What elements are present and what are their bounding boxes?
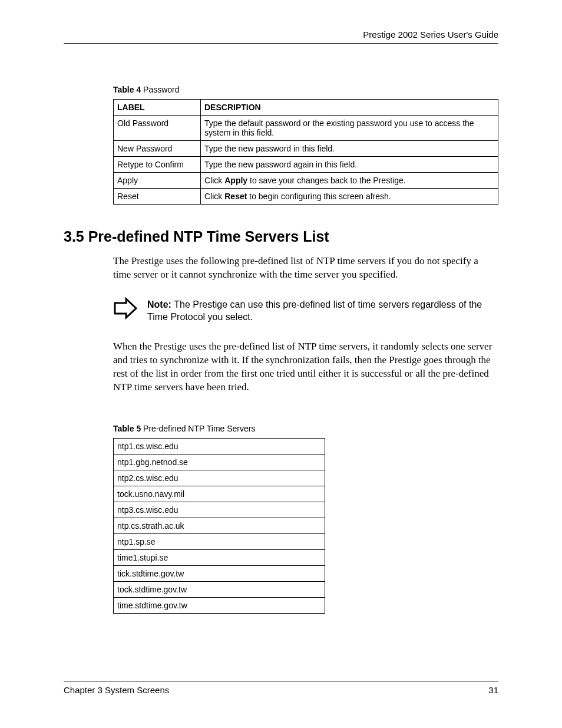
table-row: Apply Click Apply to save your changes b… bbox=[114, 173, 498, 189]
table-row: Reset Click Reset to begin configuring t… bbox=[114, 189, 498, 205]
cell: ntp1.sp.se bbox=[114, 533, 325, 549]
footer-left: Chapter 3 System Screens bbox=[64, 685, 169, 695]
cell-label: Reset bbox=[114, 189, 201, 205]
cell-label: Retype to Confirm bbox=[114, 157, 201, 173]
table5: ntp1.cs.wisc.edu ntp1.gbg.netnod.se ntp2… bbox=[113, 438, 325, 614]
table-row: tock.stdtime.gov.tw bbox=[114, 581, 325, 597]
note-text: Note: The Prestige can use this pre-defi… bbox=[147, 297, 498, 324]
table4-header-label: LABEL bbox=[114, 100, 201, 116]
cell-desc: Click Reset to begin configuring this sc… bbox=[201, 189, 498, 205]
note-body: The Prestige can use this pre-defined li… bbox=[147, 299, 482, 322]
cell-label: New Password bbox=[114, 141, 201, 157]
cell: tick.stdtime.gov.tw bbox=[114, 565, 325, 581]
table-row: ntp1.sp.se bbox=[114, 533, 325, 549]
note-block: Note: The Prestige can use this pre-defi… bbox=[113, 297, 498, 324]
body-paragraph: The Prestige uses the following pre-defi… bbox=[113, 255, 498, 282]
table-row: Old Password Type the default password o… bbox=[114, 116, 498, 141]
cell: time1.stupi.se bbox=[114, 549, 325, 565]
table4-header-description: DESCRIPTION bbox=[201, 100, 498, 116]
table5-caption: Table 5 Pre-defined NTP Time Servers bbox=[113, 424, 498, 433]
cell-desc: Type the new password again in this fiel… bbox=[201, 157, 498, 173]
table-row: tick.stdtime.gov.tw bbox=[114, 565, 325, 581]
page-footer: Chapter 3 System Screens 31 bbox=[64, 681, 498, 695]
cell: time.stdtime.gov.tw bbox=[114, 597, 325, 613]
cell-label: Old Password bbox=[114, 116, 201, 141]
table-row: Retype to Confirm Type the new password … bbox=[114, 157, 498, 173]
page-header: Prestige 2002 Series User's Guide bbox=[64, 29, 498, 44]
table4: LABEL DESCRIPTION Old Password Type the … bbox=[113, 99, 498, 205]
footer-page-number: 31 bbox=[488, 685, 498, 695]
table-header-row: LABEL DESCRIPTION bbox=[114, 100, 498, 116]
cell-desc: Type the default password or the existin… bbox=[201, 116, 498, 141]
cell: ntp2.cs.wisc.edu bbox=[114, 470, 325, 486]
body-paragraph: When the Prestige uses the pre-defined l… bbox=[113, 340, 498, 394]
cell-desc: Click Apply to save your changes back to… bbox=[201, 173, 498, 189]
table-row: ntp1.cs.wisc.edu bbox=[114, 438, 325, 454]
table-row: ntp.cs.strath.ac.uk bbox=[114, 518, 325, 533]
table-row: time.stdtime.gov.tw bbox=[114, 597, 325, 613]
cell: ntp1.cs.wisc.edu bbox=[114, 438, 325, 454]
table5-caption-rest: Pre-defined NTP Time Servers bbox=[141, 424, 255, 433]
table4-caption: Table 4 Password bbox=[113, 85, 498, 94]
table-row: time1.stupi.se bbox=[114, 549, 325, 565]
note-label: Note: bbox=[147, 299, 174, 309]
cell: ntp3.cs.wisc.edu bbox=[114, 502, 325, 518]
table-row: New Password Type the new password in th… bbox=[114, 141, 498, 157]
table-row: ntp1.gbg.netnod.se bbox=[114, 454, 325, 470]
table-row: tock.usno.navy.mil bbox=[114, 486, 325, 502]
cell-desc: Type the new password in this field. bbox=[201, 141, 498, 157]
cell: ntp.cs.strath.ac.uk bbox=[114, 518, 325, 533]
table4-caption-bold: Table 4 bbox=[113, 85, 141, 94]
header-title: Prestige 2002 Series User's Guide bbox=[363, 29, 498, 39]
cell: tock.usno.navy.mil bbox=[114, 486, 325, 502]
cell: tock.stdtime.gov.tw bbox=[114, 581, 325, 597]
cell: ntp1.gbg.netnod.se bbox=[114, 454, 325, 470]
arrow-right-icon bbox=[113, 297, 138, 322]
table-row: ntp3.cs.wisc.edu bbox=[114, 502, 325, 518]
table-row: ntp2.cs.wisc.edu bbox=[114, 470, 325, 486]
cell-label: Apply bbox=[114, 173, 201, 189]
table4-caption-rest: Password bbox=[141, 85, 179, 94]
table5-caption-bold: Table 5 bbox=[113, 424, 141, 433]
section-heading: 3.5 Pre-defined NTP Time Servers List bbox=[64, 228, 498, 245]
